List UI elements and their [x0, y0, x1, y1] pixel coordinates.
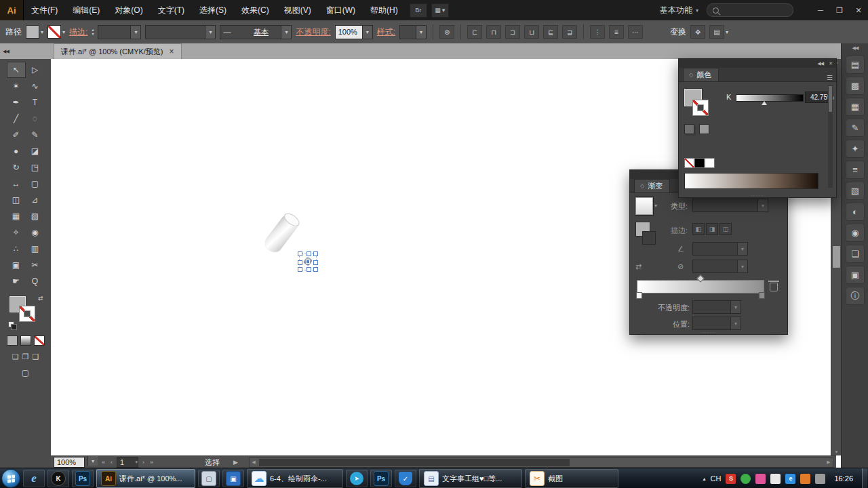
menu-help[interactable]: 帮助(H): [363, 0, 406, 20]
width-profile-combo[interactable]: ▾: [145, 25, 216, 39]
ie-taskbar-icon[interactable]: e: [23, 470, 45, 487]
artboard-tool[interactable]: ▣: [7, 257, 26, 273]
stroke-weight-combo[interactable]: ▾: [98, 25, 141, 39]
menu-select[interactable]: 选择(S): [192, 0, 234, 20]
delete-stop-icon[interactable]: [770, 283, 778, 291]
gradient-position-combo[interactable]: ▾: [692, 317, 741, 330]
tray-orange-icon[interactable]: [800, 474, 810, 484]
chevron-down-icon[interactable]: ▾: [730, 317, 741, 329]
start-button[interactable]: [1, 469, 20, 488]
horizontal-scrollbar[interactable]: ◀ ▶: [249, 458, 833, 468]
none-swatch[interactable]: [684, 158, 694, 168]
text-group-taskbar-button[interactable]: ▤ 文字事工组♥□等...: [419, 469, 522, 488]
photoshop2-taskbar-icon[interactable]: Ps: [370, 470, 392, 487]
bridge-icon[interactable]: Br: [410, 3, 427, 18]
panel-close-icon[interactable]: ✕: [829, 61, 832, 66]
black-swatch[interactable]: [694, 158, 705, 168]
selection-handle-e[interactable]: [313, 260, 318, 265]
next-artboard-icon[interactable]: ›: [141, 459, 146, 466]
panel-scrollbar[interactable]: [828, 85, 833, 188]
direct-selection-tool[interactable]: ▷: [26, 62, 45, 78]
gradient-tool[interactable]: ▧: [26, 208, 45, 224]
transparency-panel-icon[interactable]: ◐: [846, 203, 865, 221]
magic-wand-tool[interactable]: ✶: [7, 78, 26, 94]
aspect-ratio-combo[interactable]: ▾: [692, 260, 748, 273]
gradient-panel-icon[interactable]: ▧: [846, 182, 865, 200]
distribute-center-icon[interactable]: ≡: [609, 25, 624, 39]
artboards-panel-icon[interactable]: ▣: [846, 266, 865, 284]
width-tool[interactable]: ↔: [7, 176, 26, 192]
gradient-stroke-proxy[interactable]: [642, 231, 656, 245]
tab-close-icon[interactable]: ×: [170, 47, 174, 56]
scroll-left-icon[interactable]: ◀: [250, 458, 258, 467]
gradient-stop-start[interactable]: [636, 292, 642, 299]
panel-resize-grip[interactable]: ∙∙∙∙∙: [679, 192, 836, 197]
symbol-sprayer-tool[interactable]: ∴: [7, 241, 26, 257]
selection-handle-se[interactable]: [313, 267, 318, 272]
menu-effect[interactable]: 效果(C): [234, 0, 277, 20]
color-guide-panel-icon[interactable]: ▩: [846, 77, 865, 95]
minimize-button[interactable]: ─: [811, 0, 830, 20]
last-artboard-icon[interactable]: »: [149, 459, 155, 466]
gradient-swatch-thumbnail[interactable]: [635, 197, 653, 215]
show-desktop-button[interactable]: [862, 468, 867, 488]
brushes-panel-icon[interactable]: ✎: [846, 119, 865, 137]
selection-bounding-box[interactable]: [299, 253, 317, 270]
stroke-color-picker[interactable]: ▾: [47, 25, 65, 39]
k-value-field[interactable]: 42.75: [805, 92, 829, 103]
mesh-tool[interactable]: ▦: [7, 208, 26, 224]
horizontal-scroll-thumb[interactable]: [259, 459, 570, 466]
last-color-swatch[interactable]: [699, 124, 709, 134]
selection-handle-w[interactable]: [298, 260, 302, 265]
tray-red-icon[interactable]: S: [726, 474, 736, 484]
chevron-down-icon[interactable]: ▾: [737, 243, 747, 255]
chevron-down-icon[interactable]: ▾: [737, 260, 747, 272]
transform-grid-icon[interactable]: ✥: [690, 25, 705, 39]
menu-type[interactable]: 文字(T): [151, 0, 192, 20]
search-input[interactable]: [707, 3, 793, 17]
selection-handle-nw[interactable]: [298, 251, 302, 256]
vertical-scroll-thumb[interactable]: [833, 246, 840, 268]
style-combo[interactable]: ▾: [399, 25, 427, 39]
tray-green-icon[interactable]: [741, 474, 751, 484]
swatches-panel-icon[interactable]: ▦: [846, 98, 865, 116]
clock[interactable]: 16:26: [830, 474, 857, 483]
chevron-down-icon[interactable]: ▾: [730, 301, 741, 313]
menu-object[interactable]: 对象(O): [107, 0, 150, 20]
wordpad-taskbar-icon[interactable]: ▣: [222, 470, 244, 487]
prev-artboard-icon[interactable]: ‹: [109, 459, 114, 466]
menu-file[interactable]: 文件(F): [24, 0, 65, 20]
stroke-gradient-along-icon[interactable]: ◨: [706, 223, 718, 235]
gradient-angle-combo[interactable]: ▾: [692, 242, 748, 256]
align-vcenter-icon[interactable]: ⊑: [543, 25, 558, 39]
chevron-down-icon[interactable]: ▾: [205, 26, 215, 39]
slice-tool[interactable]: ✂: [26, 257, 45, 273]
illustrator-taskbar-button[interactable]: Ai 课件.ai* @ 100%...: [96, 469, 195, 488]
color-panel-tab[interactable]: ◇ 颜色: [683, 68, 719, 81]
arrange-documents-icon[interactable]: ▦ ▾: [431, 3, 449, 18]
workspace-switcher[interactable]: 基本功能 ▾: [660, 5, 698, 16]
chevron-down-icon[interactable]: ▾: [362, 26, 372, 39]
chevron-down-icon[interactable]: ▾: [654, 203, 657, 209]
messenger-taskbar-icon[interactable]: ➤: [346, 470, 368, 487]
draw-normal-icon[interactable]: ❏: [12, 352, 19, 361]
pencil-tool[interactable]: ✎: [26, 127, 45, 143]
status-expand-icon[interactable]: ▶: [232, 459, 239, 466]
zoom-level-combo[interactable]: 100%: [54, 457, 85, 468]
scroll-right-icon[interactable]: ▶: [825, 458, 833, 467]
artboard-number-combo[interactable]: 1 ▾: [117, 457, 138, 468]
chevron-down-icon[interactable]: ▾: [87, 456, 98, 466]
align-bottom-icon[interactable]: ⊒: [562, 25, 577, 39]
tray-white-icon[interactable]: [770, 474, 781, 484]
opacity-link[interactable]: 不透明度:: [296, 26, 330, 38]
chevron-down-icon[interactable]: ▾: [281, 26, 291, 39]
close-button[interactable]: ✕: [849, 0, 868, 20]
eyedropper-tool[interactable]: ✧: [7, 224, 26, 241]
photoshop-taskbar-icon[interactable]: Ps: [72, 470, 94, 487]
lasso-tool[interactable]: ∿: [26, 78, 45, 94]
opacity-combo[interactable]: 100% ▾: [335, 25, 373, 39]
draw-behind-icon[interactable]: ❐: [22, 352, 29, 361]
layers-panel-icon[interactable]: ❏: [846, 245, 865, 263]
scroll-down-icon[interactable]: ▼: [831, 449, 842, 455]
reverse-gradient-icon[interactable]: ⇄: [635, 262, 642, 271]
